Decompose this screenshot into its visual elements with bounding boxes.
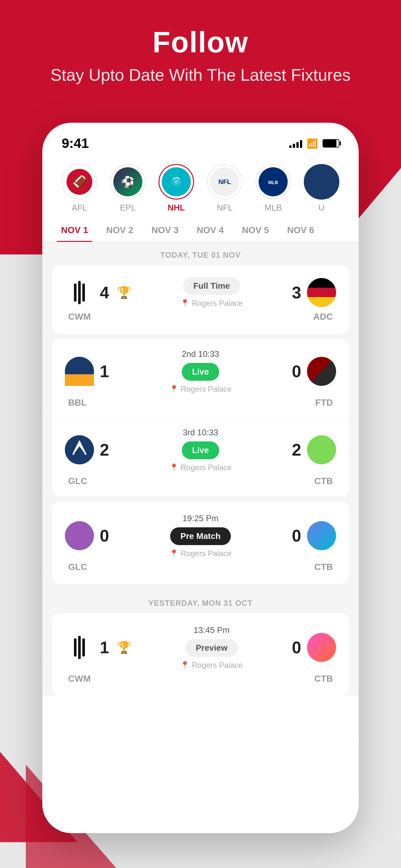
leagues-row: 🏈 AFL ⚽ EPL NHL [42,158,359,219]
match-glc-ctb[interactable]: 2 3rd 10:33 Live 📍 Rogers Palace 2 [52,418,349,496]
date-tabs: NOV 1 NOV 2 NOV 3 NOV 4 NOV 5 NOV 6 [42,219,359,242]
signal-bar-3 [297,142,299,148]
away-team-name-ctb-pm: CTB [314,562,333,572]
wifi-icon: 📶 [307,138,318,149]
league-afl[interactable]: 🏈 AFL [55,164,104,213]
league-circle-u [304,164,339,199]
location-icon: 📍 [181,299,189,307]
signal-bar-4 [300,140,302,148]
nhl-icon [162,167,191,196]
league-u[interactable]: U [297,164,346,213]
away-score-ctb: 2 [292,440,301,460]
league-epl[interactable]: ⚽ EPL [104,164,152,213]
away-score-ftd: 0 [292,362,301,381]
mlb-icon: MLB [258,167,288,196]
match-card-cwm-ctb-preview[interactable]: 1 🏆 13:45 Pm Preview 📍 Rogers Palace 0 [52,614,349,695]
league-circle-nfl: NFL [207,164,243,199]
epl-icon: ⚽ [113,167,143,196]
glc-logo [65,435,94,464]
venue-name-3: Rogers Palace [181,463,232,472]
team-right-ctb: 2 [292,435,336,464]
away-team-name-adc: ADC [313,312,333,322]
match-card-cwm-adc[interactable]: 4 🏆 Full Time 📍 Rogers Palace 3 CWM [52,266,349,334]
status-bar: 9:41 📶 [42,123,359,158]
phone-mockup: 9:41 📶 🏈 AFL ⚽ EPL [42,123,359,833]
league-nfl[interactable]: NFL NFL [201,164,249,213]
league-mlb[interactable]: MLB MLB [249,164,297,213]
team-right-ctb-prev: 0 [292,633,336,662]
league-label-nfl: NFL [217,203,233,213]
venue-row-4: 📍 Rogers Palace [169,549,232,558]
match-status-prematch: Pre Match [170,527,231,545]
section-date-today: TODAY, TUE 01 NOV [52,242,349,266]
home-score-bbl: 1 [100,362,109,381]
league-circle-epl: ⚽ [110,164,146,199]
location-icon-5: 📍 [181,661,189,670]
match-status-live-bbl: Live [182,363,219,381]
cwm-logo-prev [65,633,94,662]
home-score-glc-pm: 0 [100,526,109,546]
team-left-glc-pm: 0 [65,521,109,550]
league-nhl[interactable]: NHL [152,164,201,213]
home-team-name-glc: GLC [68,476,87,486]
svg-text:MLB: MLB [268,180,278,185]
away-score-ctb-pm: 0 [292,526,301,546]
venue-row-2: 📍 Rogers Palace [169,384,232,394]
location-icon-2: 📍 [169,385,178,393]
cwm-logo [65,278,94,307]
home-score-cwm: 4 [100,283,109,302]
battery-fill [323,140,336,147]
match-bbl-ftd[interactable]: 1 2nd 10:33 Live 📍 Rogers Palace 0 [52,339,349,418]
trophy-icon-prev: 🏆 [117,641,131,654]
match-center-2: 2nd 10:33 Live 📍 Rogers Palace [109,349,292,394]
team-right-ctb-pm: 0 [292,521,336,550]
match-period-bbl: 2nd 10:33 [182,349,219,359]
header-section: Follow Stay Upto Date With The Latest Fi… [0,26,401,86]
match-row-3: 2 3rd 10:33 Live 📍 Rogers Palace 2 [65,428,336,472]
signal-icon [289,139,302,148]
team-names-row-3: GLC CTB [65,476,336,486]
match-status-fulltime: Full Time [183,277,241,295]
home-team-name-bbl: BBL [68,398,87,408]
match-center-3: 3rd 10:33 Live 📍 Rogers Palace [109,428,292,472]
date-tab-nov4[interactable]: NOV 4 [188,219,233,241]
team-left-glc: 2 [65,435,109,464]
page-subtitle: Stay Upto Date With The Latest Fixtures [0,64,401,86]
u-icon [307,167,336,196]
venue-row: 📍 Rogers Palace [181,299,243,308]
league-label-epl: EPL [120,203,135,213]
content-area: TODAY, TUE 01 NOV 4 🏆 Full Time [42,242,359,695]
team-names-row-2: BBL FTD [65,398,336,408]
team-left-cwm-prev: 1 🏆 [65,633,131,662]
home-score-cwm-prev: 1 [100,638,109,657]
venue-name: Rogers Palace [192,299,243,308]
league-label-mlb: MLB [265,203,281,213]
away-score-ctb-prev: 0 [292,638,301,657]
adc-logo [307,278,336,307]
date-tab-nov1[interactable]: NOV 1 [52,219,97,241]
match-row-5: 1 🏆 13:45 Pm Preview 📍 Rogers Palace 0 [65,625,336,670]
team-names-row-1: CWM ADC [65,312,336,322]
venue-name-4: Rogers Palace [181,549,232,558]
team-names-row-5: CWM CTB [65,674,336,684]
section-date-yesterday: YESTERDAY, MON 31 OCT [52,590,349,614]
date-tab-nov5[interactable]: NOV 5 [233,219,278,241]
team-right-adc: 3 [292,278,336,307]
status-time: 9:41 [62,135,89,151]
date-tab-nov6[interactable]: NOV 6 [278,219,323,241]
signal-bar-1 [289,145,291,148]
date-tab-nov3[interactable]: NOV 3 [143,219,188,241]
team-left-bbl: 1 [65,357,109,386]
status-icons: 📶 [289,138,339,149]
venue-row-3: 📍 Rogers Palace [169,463,232,472]
match-row-2: 1 2nd 10:33 Live 📍 Rogers Palace 0 [65,349,336,394]
league-label-nhl: NHL [167,203,185,213]
league-circle-afl: 🏈 [62,164,97,199]
date-tab-nov2[interactable]: NOV 2 [97,219,143,241]
trophy-icon: 🏆 [117,286,131,299]
home-team-name-glc-pm: GLC [68,562,87,572]
match-card-glc-ctb-prematch[interactable]: 0 19:25 Pm Pre Match 📍 Rogers Palace 0 G… [52,502,349,584]
team-names-row-4: GLC CTB [65,562,336,572]
nfl-icon: NFL [210,167,239,196]
venue-name-2: Rogers Palace [181,384,232,394]
